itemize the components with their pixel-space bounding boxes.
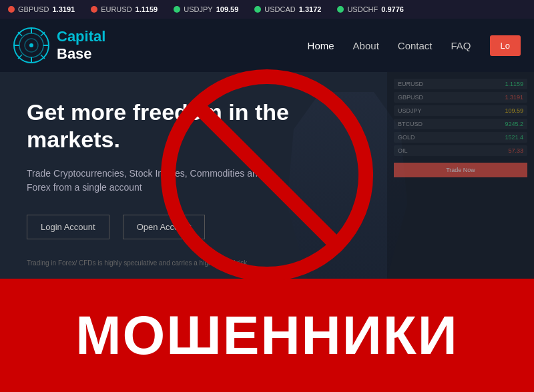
ticker-dot (337, 6, 344, 13)
trade-row: OIL 57.33 (394, 145, 527, 156)
nav-home[interactable]: Home (308, 40, 334, 51)
nav-links: Home About Contact FAQ Lo (308, 35, 521, 56)
hero-title: Get more freedom in the markets. (27, 99, 307, 153)
trade-row: EURUSD 1.1159 (394, 79, 527, 89)
hero-buttons: Login Account Open Account (27, 215, 360, 239)
hero-content: Get more freedom in the markets. Trade C… (0, 72, 387, 279)
ticker-value: 109.59 (216, 5, 239, 13)
nav-contact[interactable]: Contact (398, 40, 433, 51)
ticker-value: 1.3191 (52, 5, 75, 13)
ticker-item: USDJPY 109.59 (174, 5, 238, 13)
svg-point-3 (29, 43, 33, 47)
trade-label: EURUSD (398, 81, 423, 87)
ticker-item: EURUSD 1.1159 (91, 5, 158, 13)
trade-row: GBPUSD 1.3191 (394, 92, 527, 103)
logo-icon (13, 27, 50, 64)
hero-wrapper: Get more freedom in the markets. Trade C… (0, 72, 534, 279)
ticker-item: GBPUSD 1.3191 (8, 5, 75, 13)
ticker-value: 1.1159 (136, 5, 158, 13)
trade-row: BTCUSD 9245.2 (394, 119, 527, 129)
ticker-dot (91, 6, 97, 13)
trade-label: GBPUSD (398, 94, 423, 101)
hero-section: Get more freedom in the markets. Trade C… (0, 72, 534, 279)
open-account-button[interactable]: Open Account (123, 215, 206, 239)
ticker-dot (254, 6, 261, 13)
trade-value: 57.33 (508, 147, 523, 154)
nav-about[interactable]: About (353, 40, 379, 51)
ticker-item: USDCAD 1.3172 (254, 5, 321, 13)
trade-now-button[interactable]: Trade Now (394, 163, 527, 177)
ticker-name: GBPUSD (18, 5, 49, 13)
trade-label: OIL (398, 147, 408, 154)
login-account-button[interactable]: Login Account (27, 215, 109, 239)
logo-text: Capital Base (57, 28, 105, 63)
bottom-text: МОШЕННИКИ (75, 304, 459, 367)
ticker-value: 1.3172 (299, 5, 322, 13)
ticker-name: USDCHF (347, 5, 378, 13)
ticker-bar: GBPUSD 1.3191 EURUSD 1.1159 USDJPY 109.5… (0, 0, 534, 19)
trade-label: BTCUSD (398, 121, 423, 127)
trade-value: 9245.2 (505, 121, 523, 127)
ticker-name: USDJPY (184, 5, 212, 13)
trade-value: 1.1159 (505, 81, 523, 87)
logo-area: Capital Base (13, 27, 308, 64)
trade-value: 109.59 (505, 107, 523, 114)
ticker-value: 0.9776 (381, 5, 404, 13)
navbar: Capital Base Home About Contact FAQ Lo (0, 19, 534, 72)
trade-row: USDJPY 109.59 (394, 105, 527, 116)
nav-login-button[interactable]: Lo (490, 35, 521, 56)
ticker-item: USDCHF 0.9776 (337, 5, 404, 13)
nav-faq[interactable]: FAQ (451, 40, 471, 51)
trade-row: GOLD 1521.4 (394, 132, 527, 143)
trade-label: GOLD (398, 134, 415, 141)
trade-value: 1521.4 (505, 134, 523, 141)
trade-panel: EURUSD 1.1159 GBPUSD 1.3191 USDJPY 109.5… (387, 72, 534, 279)
hero-disclaimer: Trading in Forex/ CFDs is highly specula… (27, 259, 360, 267)
ticker-name: EURUSD (101, 5, 131, 13)
ticker-name: USDCAD (264, 5, 295, 13)
bottom-banner: МОШЕННИКИ (0, 279, 534, 392)
trade-label: USDJPY (398, 107, 422, 114)
trade-value: 1.3191 (505, 94, 523, 101)
hero-subtitle: Trade Cryptocurrencies, Stock Indices, C… (27, 167, 267, 195)
ticker-dot (174, 6, 180, 13)
ticker-dot (8, 6, 15, 13)
